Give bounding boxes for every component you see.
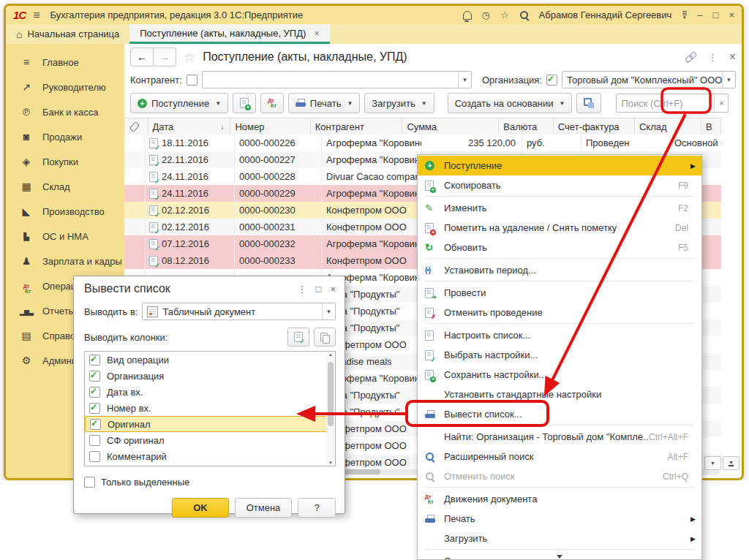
column-option-selected[interactable]: Оригинал	[85, 416, 335, 432]
listbox-scrollbar[interactable]: ▲▼	[326, 352, 335, 466]
menu-item-unpost[interactable]: Отменить проведение	[418, 303, 701, 322]
column-option[interactable]: СФ оригинал	[85, 432, 335, 448]
column-option[interactable]: Дата вх.	[85, 384, 335, 400]
receipt-button[interactable]: +Поступление▼	[130, 93, 228, 113]
dialog-help-button[interactable]: ?	[298, 498, 336, 518]
menu-item-edit[interactable]: ✎ИзменитьF2	[418, 198, 701, 218]
notifications-icon[interactable]	[463, 11, 472, 20]
chevron-down-icon[interactable]: ▼	[722, 72, 735, 88]
column-option[interactable]: Организация	[85, 368, 335, 384]
history-icon[interactable]: ◷	[482, 10, 490, 20]
checkbox-checked[interactable]	[89, 355, 100, 366]
menu-item-load[interactable]: Загрузить▶	[418, 529, 701, 548]
search-input[interactable]	[617, 98, 714, 109]
checkbox-unchecked[interactable]	[89, 435, 100, 446]
service-menu-icon[interactable]: ≡▾	[682, 11, 687, 20]
main-menu-icon[interactable]: ≡	[33, 9, 39, 22]
check-all-button[interactable]	[287, 328, 309, 347]
load-button[interactable]: Загрузить▼	[364, 93, 434, 113]
menu-item-refresh[interactable]: ↻ОбновитьF5	[418, 238, 701, 257]
print-button[interactable]: Печать▼	[288, 93, 361, 113]
menu-item-print[interactable]: Печать▶	[418, 509, 701, 529]
sidebar-item-main[interactable]: ≡Главное	[6, 50, 124, 75]
menu-item-mark-delete[interactable]: Пометить на удаление / Снять пометкуDel	[418, 218, 701, 238]
table-row[interactable]: 18.11.20160000-000226Агроферма "Коровино…	[124, 135, 721, 151]
menu-item-set-period[interactable]: (•)Установить период...	[418, 260, 701, 280]
menu-item-receipt[interactable]: +Поступление▶	[418, 156, 701, 175]
current-user[interactable]: Абрамов Геннадий Сергеевич	[539, 10, 672, 20]
chevron-down-icon[interactable]: ▼	[458, 72, 471, 88]
sidebar-item-production[interactable]: ◣Производство	[6, 199, 124, 224]
menu-item-document-movements[interactable]: ДтКтДвижения документа	[418, 489, 701, 509]
tab-close-icon[interactable]: ×	[314, 28, 320, 39]
column-header-number[interactable]: Номер	[230, 118, 310, 135]
checkbox-unchecked[interactable]	[89, 451, 100, 462]
form-close-icon[interactable]: ×	[729, 50, 736, 64]
sync-button[interactable]	[576, 93, 601, 113]
checkbox-checked[interactable]	[89, 371, 100, 382]
column-header-sum[interactable]: Сумма	[402, 118, 499, 135]
dialog-more-icon[interactable]: ⋮	[298, 284, 307, 295]
dialog-close-icon[interactable]: ×	[330, 284, 336, 295]
checkbox-checked[interactable]	[89, 387, 100, 398]
only-selected-checkbox[interactable]	[84, 477, 95, 488]
form-more-icon[interactable]: ⋮	[708, 52, 718, 63]
column-header-date[interactable]: Дата↓	[148, 118, 231, 135]
sidebar-item-salary[interactable]: ♟Зарплата и кадры	[6, 249, 124, 273]
close-window-icon[interactable]: ×	[729, 10, 734, 20]
maximize-icon[interactable]: □	[713, 10, 719, 20]
favorites-icon[interactable]: ☆	[500, 10, 509, 20]
checkbox-checked[interactable]	[90, 419, 101, 430]
create-based-on-button[interactable]: Создать на основании▼	[448, 93, 573, 113]
contragent-filter-checkbox[interactable]	[187, 75, 197, 86]
menu-item-standard-settings[interactable]: Установить стандартные настройки	[418, 385, 701, 404]
forward-button[interactable]: →	[154, 48, 176, 67]
clear-search-icon[interactable]: ×	[714, 94, 728, 112]
scrollbar-thumb[interactable]	[328, 362, 334, 426]
menu-item-advanced-search[interactable]: Расширенный поискAlt+F	[418, 447, 701, 466]
favorite-star-icon[interactable]: ☆	[184, 49, 195, 65]
scroll-to-end-button[interactable]: ▼	[723, 456, 739, 470]
sidebar-item-warehouse[interactable]: ▦Склад	[6, 174, 124, 199]
column-option[interactable]: Вид операции	[85, 352, 335, 368]
contragent-filter-combo[interactable]: ▼	[202, 71, 472, 88]
cancel-button[interactable]: Отмена	[235, 498, 292, 518]
column-header-invoice[interactable]: Счет-фактура	[554, 118, 635, 135]
checkbox-checked[interactable]	[89, 403, 100, 414]
menu-item-save-settings[interactable]: Сохранить настройки...	[418, 365, 701, 385]
dialog-maximize-icon[interactable]: □	[316, 284, 322, 295]
menu-item-configure-list[interactable]: Настроить список...	[418, 325, 701, 345]
chevron-down-icon[interactable]: ▼	[322, 303, 335, 319]
menu-item-find[interactable]: Найти: Организация - Торговый дом "Компл…	[418, 427, 701, 447]
search-icon[interactable]	[519, 10, 529, 20]
column-header-warehouse[interactable]: Склад	[635, 118, 701, 135]
column-option[interactable]: Комментарий	[85, 448, 335, 464]
column-header-vid[interactable]: В	[701, 118, 721, 135]
back-button[interactable]: ←	[130, 48, 154, 67]
sidebar-item-purchases[interactable]: ◈Покупки	[6, 149, 124, 174]
tab-home[interactable]: ⌂ Начальная страница	[6, 24, 129, 44]
tab-receipts[interactable]: Поступление (акты, накладные, УПД) ×	[129, 24, 330, 44]
menu-item-copy[interactable]: СкопироватьF9	[418, 175, 701, 195]
sidebar-item-fixed-assets[interactable]: ▙ОС и НМА	[6, 224, 124, 249]
menu-item-output-list[interactable]: Вывести список...	[418, 404, 701, 424]
ok-button[interactable]: OK	[172, 498, 229, 518]
get-link-icon[interactable]	[683, 50, 698, 64]
column-option[interactable]: Номер вх.	[85, 400, 335, 416]
minimize-icon[interactable]: –	[697, 10, 702, 20]
scroll-down-button[interactable]: ▼	[704, 456, 721, 470]
menu-scroll-more-icon[interactable]	[557, 555, 562, 559]
menu-item-post[interactable]: Провести	[418, 283, 701, 303]
sidebar-item-manager[interactable]: ↗Руководителю	[6, 75, 124, 99]
column-header-contragent[interactable]: Контрагент	[311, 118, 403, 135]
organization-filter-combo[interactable]: Торговый дом "Комплексный" ООО▼	[562, 71, 736, 88]
document-movements-button[interactable]: ДтКт	[260, 93, 284, 113]
column-header-currency[interactable]: Валюта	[499, 118, 554, 135]
organization-filter-checkbox[interactable]	[546, 75, 557, 86]
copy-button[interactable]	[233, 93, 256, 113]
sidebar-item-bank[interactable]: ℗Банк и касса	[6, 99, 124, 124]
menu-item-choose-settings[interactable]: Выбрать настройки...	[418, 345, 701, 365]
uncheck-all-button[interactable]	[314, 328, 336, 347]
attachment-column-header[interactable]	[124, 118, 148, 135]
sidebar-item-sales[interactable]: ◙Продажи	[6, 124, 124, 149]
